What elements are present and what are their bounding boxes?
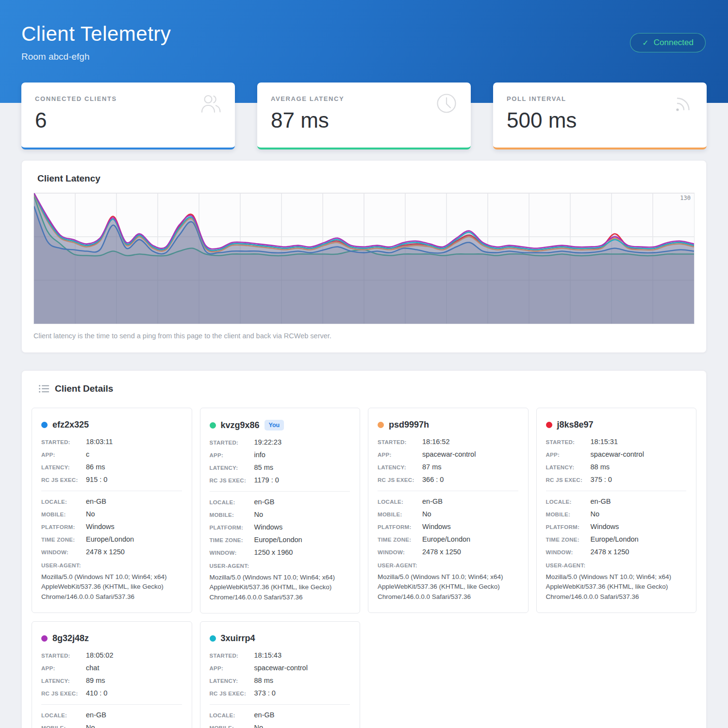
- field-label: MOBILE:: [210, 724, 254, 728]
- field-value: 1250 x 1960: [254, 548, 293, 556]
- client-color-dot: [210, 422, 216, 429]
- field-label: PLATFORM:: [546, 523, 591, 530]
- field-value: en-GB: [86, 711, 106, 719]
- field-label: STARTED:: [210, 651, 254, 659]
- client-field-started: STARTED:18:16:52: [378, 438, 518, 446]
- client-field-time_zone: TIME ZONE:Europe/London: [210, 536, 350, 544]
- card-divider: [41, 704, 182, 705]
- field-value: 88 ms: [591, 463, 610, 471]
- main-content: CONNECTED CLIENTS6 AVERAGE LATENCY87 ms …: [0, 83, 728, 728]
- field-value: spacewar-control: [591, 450, 644, 458]
- field-value: 2478 x 1250: [86, 548, 125, 556]
- card-divider: [546, 491, 687, 491]
- users-icon: [199, 92, 223, 115]
- field-value: 18:15:43: [254, 651, 281, 659]
- field-label: MOBILE:: [378, 510, 422, 518]
- client-id: kvzg9x86: [221, 420, 260, 430]
- client-field-locale: LOCALE:en-GB: [210, 498, 350, 506]
- client-card-header: 3xuirrp4: [210, 633, 350, 644]
- client-field-rc_js_exec: RC JS EXEC:915 : 0: [41, 476, 182, 483]
- field-label: LATENCY:: [546, 463, 591, 471]
- details-title: Client Details: [55, 383, 113, 394]
- y-axis-max-label: 130: [680, 195, 691, 201]
- field-value: Windows: [86, 523, 115, 530]
- client-field-mobile: MOBILE:No: [210, 724, 350, 728]
- client-field-locale: LOCALE:en-GB: [378, 497, 518, 505]
- latency-chart-card: Client Latency 130 Client latency is the…: [21, 160, 707, 353]
- stat-value: 6: [35, 108, 221, 132]
- field-value: 86 ms: [86, 463, 105, 471]
- card-divider: [378, 491, 518, 491]
- card-divider: [41, 491, 182, 491]
- stats-row: CONNECTED CLIENTS6 AVERAGE LATENCY87 ms …: [0, 83, 728, 149]
- field-label: LOCALE:: [210, 711, 254, 719]
- client-card-header: 8g32j48z: [41, 633, 182, 644]
- client-field-locale: LOCALE:en-GB: [41, 497, 182, 505]
- field-label: WINDOW:: [378, 548, 422, 556]
- field-value: 2478 x 1250: [591, 548, 629, 556]
- field-value: 89 ms: [86, 677, 105, 684]
- field-label: STARTED:: [546, 438, 591, 446]
- field-label: WINDOW:: [210, 548, 254, 556]
- field-value: Europe/London: [254, 536, 302, 544]
- client-field-app: APP:c: [41, 450, 182, 458]
- field-value: 18:05:02: [86, 651, 113, 659]
- field-value: en-GB: [86, 497, 106, 505]
- client-field-latency: LATENCY:86 ms: [41, 463, 182, 471]
- client-field-mobile: MOBILE:No: [378, 510, 518, 518]
- field-value: Europe/London: [591, 535, 639, 543]
- client-id: efz2x325: [52, 420, 89, 430]
- field-value: 85 ms: [254, 463, 274, 471]
- field-label: APP:: [546, 450, 591, 458]
- client-id: 8g32j48z: [52, 633, 89, 644]
- client-field-mobile: MOBILE:No: [210, 511, 350, 518]
- client-color-dot: [378, 422, 384, 428]
- field-value: en-GB: [254, 498, 275, 506]
- check-icon: ✓: [642, 38, 648, 48]
- client-field-locale: LOCALE:en-GB: [210, 711, 350, 719]
- client-field-rc_js_exec: RC JS EXEC:366 : 0: [378, 476, 518, 483]
- client-field-app: APP:spacewar-control: [210, 664, 350, 672]
- client-field-time_zone: TIME ZONE:Europe/London: [546, 535, 687, 543]
- client-card-efz2x325: efz2x325STARTED:18:03:11APP:cLATENCY:86 …: [32, 408, 192, 613]
- field-value: spacewar-control: [422, 450, 476, 458]
- field-value: 87 ms: [422, 463, 442, 471]
- field-label: LATENCY:: [41, 463, 86, 471]
- user-agent-label: USER-AGENT:: [546, 563, 687, 568]
- field-label: LATENCY:: [378, 463, 422, 471]
- user-agent-value: Mozilla/5.0 (Windows NT 10.0; Win64; x64…: [378, 572, 518, 602]
- user-agent-value: Mozilla/5.0 (Windows NT 10.0; Win64; x64…: [546, 572, 687, 602]
- client-field-window: WINDOW:2478 x 1250: [378, 548, 518, 556]
- client-grid: efz2x325STARTED:18:03:11APP:cLATENCY:86 …: [32, 408, 696, 728]
- stat-card-average-latency: AVERAGE LATENCY87 ms: [257, 83, 471, 149]
- clock-icon: [435, 92, 459, 115]
- client-color-dot: [41, 635, 48, 642]
- field-value: Windows: [254, 523, 283, 531]
- client-field-mobile: MOBILE:No: [41, 510, 182, 518]
- field-label: TIME ZONE:: [41, 535, 86, 543]
- field-value: 1179 : 0: [254, 476, 279, 484]
- field-label: APP:: [41, 664, 86, 672]
- client-field-platform: PLATFORM:Windows: [210, 523, 350, 531]
- field-value: No: [254, 724, 264, 728]
- field-label: MOBILE:: [41, 510, 86, 518]
- field-label: MOBILE:: [41, 724, 86, 728]
- page: Client Telemetry Room abcd-efgh ✓ Connec…: [0, 0, 728, 728]
- client-details-card: Client Details efz2x325STARTED:18:03:11A…: [21, 370, 707, 728]
- client-field-window: WINDOW:1250 x 1960: [210, 548, 350, 556]
- client-field-time_zone: TIME ZONE:Europe/London: [41, 535, 182, 543]
- field-value: Europe/London: [422, 535, 470, 543]
- field-label: RC JS EXEC:: [41, 689, 86, 697]
- field-label: STARTED:: [378, 438, 422, 446]
- field-label: STARTED:: [210, 438, 254, 446]
- field-label: APP:: [378, 450, 422, 458]
- client-card-8g32j48z: 8g32j48zSTARTED:18:05:02APP:chatLATENCY:…: [32, 621, 192, 728]
- field-label: LATENCY:: [210, 677, 254, 684]
- user-agent-value: Mozilla/5.0 (Windows NT 10.0; Win64; x64…: [41, 572, 182, 602]
- client-field-app: APP:chat: [41, 664, 182, 672]
- field-value: 2478 x 1250: [422, 548, 461, 556]
- client-field-started: STARTED:18:05:02: [41, 651, 182, 659]
- room-subtitle: Room abcd-efgh: [21, 51, 171, 62]
- client-color-dot: [210, 635, 216, 642]
- client-field-latency: LATENCY:89 ms: [41, 677, 182, 684]
